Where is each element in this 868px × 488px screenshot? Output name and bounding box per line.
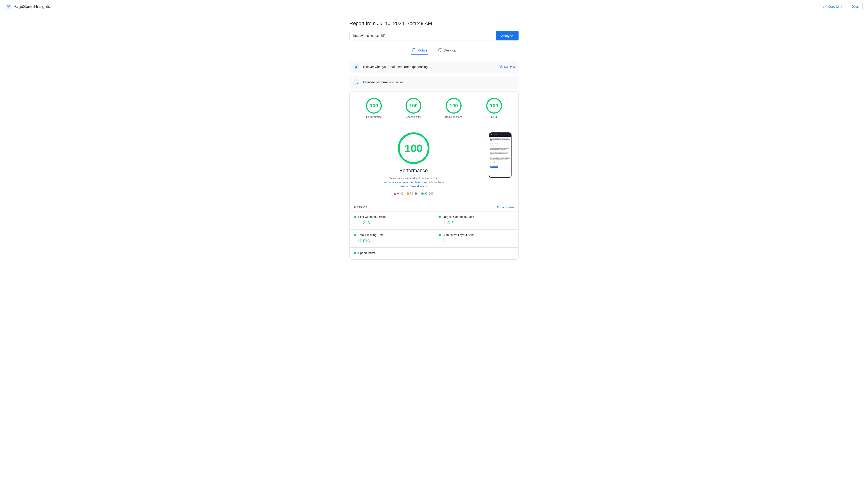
metric-cls-dot bbox=[438, 234, 441, 236]
legend-average-label: 50–89 bbox=[410, 192, 417, 195]
app-title: PageSpeed Insights bbox=[13, 4, 50, 9]
metric-si-dot bbox=[354, 252, 356, 254]
perf-note: Values are estimated and may vary. The p… bbox=[382, 176, 445, 188]
docs-button[interactable]: Docs bbox=[848, 3, 863, 10]
metric-cls-label: Cumulative Layout Shift bbox=[442, 233, 473, 236]
metrics-header: METRICS Expand view bbox=[350, 202, 518, 211]
tab-desktop-label: Desktop bbox=[444, 48, 456, 52]
legend-average: 50–89 bbox=[407, 192, 417, 195]
score-circle-accessibility: 100 bbox=[405, 98, 421, 113]
diagnose-icon bbox=[353, 79, 360, 86]
legend-fail-label: 0–49 bbox=[397, 192, 403, 195]
legend-good-label: 90–100 bbox=[425, 192, 434, 195]
metric-cls-value: 0 bbox=[438, 237, 514, 244]
svg-point-8 bbox=[355, 66, 357, 67]
svg-line-13 bbox=[357, 83, 358, 84]
metric-lcp-dot bbox=[438, 216, 441, 218]
legend-fail: 0–49 bbox=[394, 192, 403, 195]
info-icon bbox=[500, 65, 503, 68]
phone-header: Mesin CNC ✕ bbox=[489, 133, 511, 137]
metric-lcp-label: Largest Contentful Paint bbox=[442, 215, 474, 219]
legend: 0–49 50–89 90–100 bbox=[394, 192, 433, 195]
report-title: Report from Jul 10, 2024, 7:21:49 AM bbox=[349, 21, 519, 26]
score-label-seo: SEO bbox=[491, 116, 497, 119]
metric-tbt-value: 0 ms bbox=[354, 237, 429, 244]
score-label-performance: Performance bbox=[366, 116, 382, 119]
diagnose-section: Diagnose performance issues bbox=[349, 76, 519, 89]
metric-fcp-dot bbox=[354, 216, 356, 218]
url-form: Analyze bbox=[349, 31, 519, 40]
score-best-practices: 100 Best Practices bbox=[445, 98, 463, 119]
expand-view-button[interactable]: Expand view bbox=[497, 205, 514, 209]
score-performance: 100 Performance bbox=[366, 98, 382, 119]
phone-mockup: Mesin CNC ✕ Mesin CNC | Ketahui Penjelas… bbox=[489, 132, 512, 178]
copy-link-button[interactable]: Copy Link bbox=[819, 3, 846, 10]
score-circle-performance: 100 bbox=[366, 98, 382, 113]
url-input[interactable] bbox=[349, 31, 494, 40]
legend-triangle-icon bbox=[394, 193, 396, 195]
metrics-section-label: METRICS bbox=[354, 206, 367, 209]
mobile-icon bbox=[412, 48, 416, 52]
perf-left: 100 Performance Values are estimated and… bbox=[356, 132, 471, 195]
legend-square-icon bbox=[407, 193, 409, 195]
real-users-icon bbox=[353, 64, 360, 70]
svg-point-12 bbox=[355, 81, 358, 84]
score-seo: 100 SEO bbox=[486, 98, 502, 119]
metric-tbt-label: Total Blocking Time bbox=[358, 233, 383, 236]
metric-si: Speed Index bbox=[350, 248, 434, 259]
header: PageSpeed Insights Copy Link Docs bbox=[0, 0, 868, 13]
metric-lcp-value: 1.4 s bbox=[438, 219, 514, 226]
score-accessibility: 100 Accessibility bbox=[405, 98, 421, 119]
tab-mobile-label: Mobile bbox=[417, 48, 427, 52]
score-circle-best-practices: 100 bbox=[446, 98, 462, 113]
analyze-button[interactable]: Analyze bbox=[496, 31, 519, 40]
logo-area: PageSpeed Insights bbox=[5, 3, 50, 10]
no-data-label: No Data bbox=[504, 65, 515, 69]
score-label-best-practices: Best Practices bbox=[445, 116, 463, 119]
metric-tbt: Total Blocking Time 0 ms bbox=[350, 230, 434, 248]
phone-cta-button: Peluang Karir bbox=[490, 166, 498, 168]
perf-visual: 100 Performance Values are estimated and… bbox=[350, 123, 518, 202]
device-tabs: Mobile Desktop bbox=[349, 46, 519, 55]
link-icon bbox=[823, 5, 827, 8]
pagespeed-logo-icon bbox=[5, 3, 12, 10]
score-label-accessibility: Accessibility bbox=[406, 116, 421, 119]
no-data-link[interactable]: No Data bbox=[500, 65, 515, 69]
tab-desktop[interactable]: Desktop bbox=[437, 46, 457, 55]
metric-fcp-value: 1.2 s bbox=[354, 219, 429, 226]
big-score-circle: 100 bbox=[398, 132, 430, 164]
scores-panel: 100 Performance 100 Accessibility 100 Be… bbox=[349, 91, 519, 260]
perf-score-link[interactable]: performance score is calculated bbox=[383, 181, 421, 184]
real-users-label: Discover what your real users are experi… bbox=[362, 65, 428, 69]
real-users-section: Discover what your real users are experi… bbox=[349, 61, 519, 73]
metrics-grid: First Contentful Paint 1.2 s Largest Con… bbox=[350, 211, 518, 259]
desktop-icon bbox=[438, 48, 442, 52]
docs-label: Docs bbox=[851, 5, 859, 8]
legend-good: 90–100 bbox=[421, 192, 434, 195]
svg-rect-5 bbox=[438, 48, 442, 51]
phone-preview: Mesin CNC ✕ Mesin CNC | Ketahui Penjelas… bbox=[489, 132, 512, 178]
score-circle-seo: 100 bbox=[486, 98, 502, 113]
diagnose-label: Diagnose performance issues bbox=[362, 80, 403, 84]
tab-mobile[interactable]: Mobile bbox=[411, 46, 428, 55]
header-actions: Copy Link Docs bbox=[819, 3, 863, 10]
perf-title: Performance bbox=[399, 168, 428, 173]
metric-fcp-label: First Contentful Paint bbox=[358, 215, 385, 219]
metric-tbt-dot bbox=[354, 234, 356, 236]
phone-body: Mesin CNC | Ketahui Penjelasan, Prinsip … bbox=[489, 137, 511, 177]
metric-cls: Cumulative Layout Shift 0 bbox=[434, 230, 518, 248]
phone-body-text: Mesin CNC | Ketahui Penjelasan, Prinsip … bbox=[490, 138, 510, 164]
scores-header: 100 Performance 100 Accessibility 100 Be… bbox=[350, 92, 518, 123]
legend-circle-icon bbox=[421, 193, 424, 195]
metric-fcp: First Contentful Paint 1.2 s bbox=[350, 212, 434, 230]
copy-link-label: Copy Link bbox=[828, 5, 842, 8]
metric-si-label: Speed Index bbox=[358, 251, 375, 255]
main-content: Report from Jul 10, 2024, 7:21:49 AM Ana… bbox=[346, 13, 522, 267]
metric-lcp: Largest Contentful Paint 1.4 s bbox=[434, 212, 518, 230]
see-calculator-link[interactable]: See calculator. bbox=[410, 185, 428, 188]
